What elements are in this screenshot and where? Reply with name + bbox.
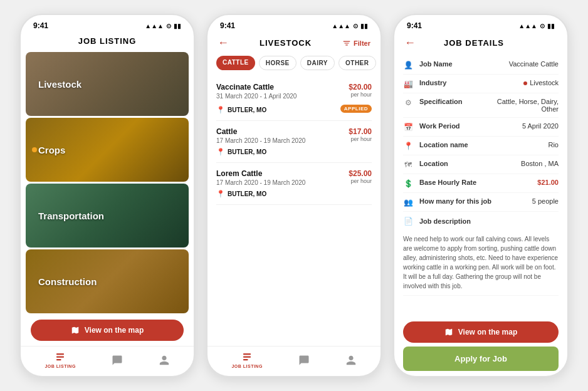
screen1-bottom: View on the map	[21, 313, 194, 346]
job-card-cattle[interactable]: Cattle 17 March 2020 - 19 March 2020 $17…	[216, 121, 372, 163]
category-transportation[interactable]: Transportation	[26, 184, 189, 248]
detail-specification: ⚙ Specification Cattle, Horse, Dairy, Ot…	[403, 93, 559, 118]
tab-horse[interactable]: HORSE	[259, 56, 297, 70]
location-pin-2: 📍	[216, 148, 225, 156]
screen1-header: JOB LISTING	[21, 33, 194, 52]
job-date-2: 17 March 2020 - 19 March 2020	[216, 137, 305, 144]
svg-rect-0	[56, 353, 64, 355]
job-name-icon: 👤	[403, 61, 413, 70]
label-work-period: Work Period	[419, 122, 476, 130]
nav-messages-2[interactable]	[298, 355, 310, 366]
bottom-nav-2: JOB LISTING	[207, 346, 381, 376]
screen3-header: ← JOB DETAILS	[394, 33, 567, 56]
back-button-2[interactable]: ←	[218, 36, 229, 50]
job-listing-icon-2	[241, 352, 253, 363]
spec-icon: ⚙	[403, 98, 413, 107]
industry-icon: 🏭	[403, 80, 413, 88]
industry-dot	[523, 81, 527, 85]
status-icons-2: ▲▲▲ ⊙ ▮▮	[332, 23, 368, 29]
work-period-icon: 📅	[403, 123, 413, 132]
label-location-name: Location name	[419, 141, 476, 149]
screen3-title: JOB DETAILS	[444, 38, 504, 48]
category-construction[interactable]: Construction	[26, 249, 189, 313]
job-perhour-3: per hour	[349, 178, 372, 184]
job-loc-1: BUTLER, MO	[228, 107, 266, 113]
rate-icon: 💲	[403, 179, 413, 188]
job-listing-icon	[55, 352, 66, 363]
value-spec: Cattle, Horse, Dairy, Other	[482, 98, 559, 113]
categories-list: Livestock Crops Transportation Construct…	[21, 52, 194, 313]
detail-description: 📄 Job description We need help to work o…	[403, 212, 559, 296]
svg-rect-3	[243, 353, 251, 355]
nav-messages-1[interactable]	[112, 355, 123, 366]
tabs-container: CATTLE HORSE DAIRY OTHER	[207, 56, 381, 76]
construction-label: Construction	[26, 276, 97, 287]
svg-rect-4	[243, 357, 251, 358]
label-job-name: Job Name	[419, 60, 476, 68]
back-button-3[interactable]: ←	[404, 36, 416, 50]
label-how-many: How many for this job	[419, 197, 491, 205]
detail-industry: 🏭 Industry Livestock	[403, 75, 559, 93]
status-bar-1: 9:41 ▲▲▲ ⊙ ▮▮	[21, 15, 194, 33]
job-title-2: Cattle	[216, 127, 305, 136]
screen2-title: LIVESTOCK	[260, 38, 312, 48]
nav-job-listing-2[interactable]: JOB LISTING	[231, 352, 262, 368]
category-livestock[interactable]: Livestock	[26, 52, 189, 116]
time-3: 9:41	[407, 21, 422, 30]
value-job-name: Vaccinate Cattle	[482, 60, 559, 68]
status-bar-3: 9:41 ▲▲▲ ⊙ ▮▮	[394, 15, 567, 33]
crops-label: Crops	[26, 145, 65, 155]
label-spec: Specification	[419, 98, 476, 105]
label-desc: Job description	[419, 217, 476, 225]
transportation-label: Transportation	[26, 211, 104, 221]
loc-name-icon: 📍	[403, 142, 413, 150]
job-loc-3: BUTLER, MO	[228, 190, 266, 197]
filter-icon	[342, 39, 351, 48]
apply-for-job-button[interactable]: Apply for Job	[403, 347, 559, 371]
time-1: 9:41	[33, 21, 48, 30]
view-on-map-button-3[interactable]: View on the map	[403, 321, 559, 343]
job-price-3: $25.00	[349, 169, 372, 178]
nav-profile-1[interactable]	[159, 355, 170, 366]
view-on-map-button-1[interactable]: View on the map	[31, 320, 184, 341]
job-title-1: Vaccinate Cattle	[216, 83, 297, 91]
category-crops[interactable]: Crops	[26, 118, 189, 182]
job-card-vaccinate[interactable]: Vaccinate Cattle 31 March 2020 - 1 April…	[216, 76, 372, 121]
job-title-3: Lorem Cattle	[216, 169, 305, 178]
tab-dairy[interactable]: DAIRY	[300, 56, 335, 70]
location-pin-3: 📍	[216, 190, 225, 198]
value-location-name: Rio	[482, 141, 559, 149]
filter-button[interactable]: Filter	[342, 39, 370, 48]
map-btn-label-3: View on the map	[458, 328, 517, 336]
job-date-1: 31 March 2020 - 1 April 2020	[216, 93, 297, 100]
status-bar-2: 9:41 ▲▲▲ ⊙ ▮▮	[207, 15, 381, 33]
nav-job-listing-1[interactable]: JOB LISTING	[45, 352, 75, 368]
screen3-bottom: View on the map Apply for Job	[394, 316, 567, 376]
detail-job-name: 👤 Job Name Vaccinate Cattle	[403, 56, 559, 75]
desc-icon: 📄	[403, 217, 413, 226]
screen-job-listing: 9:41 ▲▲▲ ⊙ ▮▮ JOB LISTING Livestock Crop…	[19, 14, 195, 377]
screen-livestock: 9:41 ▲▲▲ ⊙ ▮▮ ← LIVESTOCK Filter CATTLE …	[206, 14, 382, 377]
detail-how-many: 👥 How many for this job 5 people	[403, 193, 559, 212]
job-card-lorem-cattle[interactable]: Lorem Cattle 17 March 2020 - 19 March 20…	[216, 163, 372, 205]
nav-profile-2[interactable]	[345, 355, 357, 366]
detail-location-name: 📍 Location name Rio	[403, 137, 559, 155]
location-pin-1: 📍	[216, 106, 225, 114]
svg-rect-1	[56, 357, 64, 358]
value-how-many: 5 people	[498, 197, 559, 205]
nav-label-2: JOB LISTING	[231, 364, 262, 368]
applied-badge: APPLIED	[340, 105, 372, 113]
job-perhour-1: per hour	[349, 91, 372, 98]
map-icon-1	[71, 326, 80, 335]
job-price-2: $17.00	[349, 127, 372, 136]
nav-label-1: JOB LISTING	[45, 364, 75, 368]
screens-container: 9:41 ▲▲▲ ⊙ ▮▮ JOB LISTING Livestock Crop…	[19, 14, 569, 377]
people-icon: 👥	[403, 198, 413, 207]
tab-cattle[interactable]: CATTLE	[216, 56, 255, 70]
livestock-label: Livestock	[26, 79, 81, 90]
bottom-nav-1: JOB LISTING	[21, 346, 194, 376]
profile-icon-1	[159, 355, 170, 366]
details-list: 👤 Job Name Vaccinate Cattle 🏭 Industry L…	[394, 56, 567, 316]
tab-other[interactable]: OTHER	[339, 56, 376, 70]
value-rate: $21.00	[483, 179, 559, 186]
